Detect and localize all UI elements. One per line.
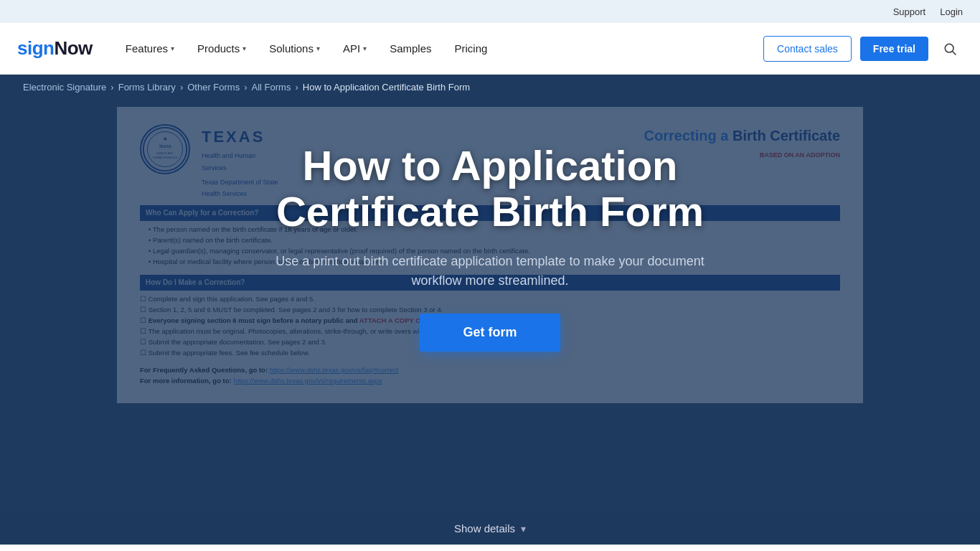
hero-content: How to Application Certificate Birth For…: [167, 100, 813, 380]
nav-api[interactable]: API ▾: [333, 37, 377, 60]
svg-point-0: [945, 44, 953, 52]
free-trial-button[interactable]: Free trial: [860, 37, 928, 61]
logo[interactable]: signNow: [17, 37, 93, 60]
contact-sales-button[interactable]: Contact sales: [763, 36, 852, 62]
nav-products[interactable]: Products ▾: [187, 37, 256, 60]
nav-pricing[interactable]: Pricing: [445, 37, 498, 60]
breadcrumb-sep-3: ›: [244, 82, 247, 93]
hero-subtitle: Use a print out birth certificate applic…: [275, 252, 705, 291]
show-details-bar[interactable]: Show details ▾: [0, 512, 980, 545]
chevron-down-icon: ▾: [521, 523, 526, 534]
breadcrumb-forms-library[interactable]: Forms Library: [118, 82, 176, 93]
login-link[interactable]: Login: [940, 6, 963, 17]
hero-section: ★ TEXAS HEALTH AND HUMAN SERVICES TEXAS …: [0, 100, 980, 545]
nav-samples[interactable]: Samples: [380, 37, 441, 60]
breadcrumb-sep-4: ›: [295, 82, 298, 93]
breadcrumb-sep-2: ›: [180, 82, 183, 93]
show-details-label: Show details: [454, 522, 515, 534]
breadcrumb-sep-1: ›: [110, 82, 113, 93]
breadcrumb-all-forms[interactable]: All Forms: [252, 82, 291, 93]
search-button[interactable]: [937, 36, 963, 62]
top-bar: Support Login: [0, 0, 980, 23]
nav-features[interactable]: Features ▾: [116, 37, 184, 60]
breadcrumb-current: How to Application Certificate Birth For…: [303, 82, 470, 93]
breadcrumb: Electronic Signature › Forms Library › O…: [0, 75, 980, 100]
nav-links: Features ▾ Products ▾ Solutions ▾ API ▾ …: [116, 37, 763, 60]
svg-line-1: [953, 51, 956, 55]
features-chevron-icon: ▾: [171, 44, 174, 52]
breadcrumb-other-forms[interactable]: Other Forms: [187, 82, 240, 93]
breadcrumb-electronic-signature[interactable]: Electronic Signature: [23, 82, 106, 93]
nav-actions: Contact sales Free trial: [763, 36, 963, 62]
search-icon: [943, 42, 957, 56]
main-nav: signNow Features ▾ Products ▾ Solutions …: [0, 23, 980, 75]
products-chevron-icon: ▾: [242, 44, 246, 52]
logo-text: signNow: [17, 37, 93, 60]
support-link[interactable]: Support: [893, 6, 926, 17]
get-form-button[interactable]: Get form: [420, 314, 560, 352]
solutions-chevron-icon: ▾: [316, 44, 320, 52]
api-chevron-icon: ▾: [363, 44, 367, 52]
nav-solutions[interactable]: Solutions ▾: [259, 37, 330, 60]
hero-title: How to Application Certificate Birth For…: [225, 143, 755, 235]
